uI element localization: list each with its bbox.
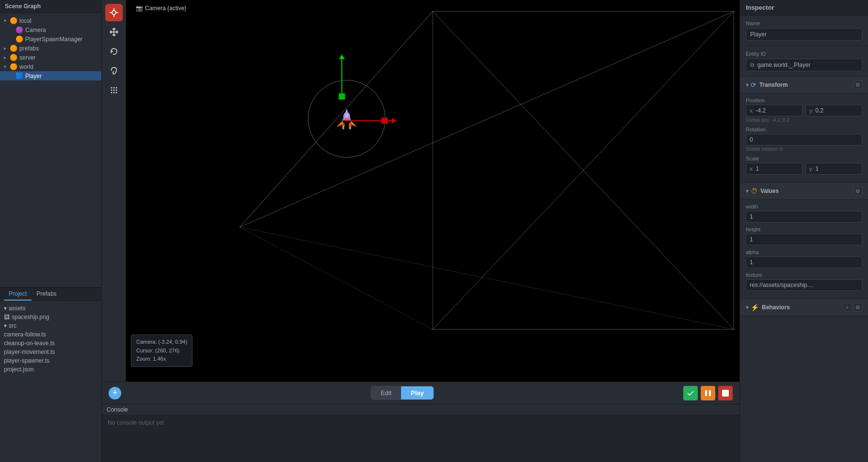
file-item-assets[interactable]: ▾ assets: [0, 304, 101, 313]
entity-icon: 🟠: [16, 35, 23, 43]
svg-point-13: [111, 92, 112, 94]
image-icon: 🖼: [4, 314, 10, 320]
file-item-cleanup-on-leave[interactable]: cleanup-on-leave.ts: [0, 339, 101, 348]
scale-prop: Scale x: 1 y: 1: [746, 156, 862, 175]
rotate-tool-button[interactable]: [105, 43, 123, 60]
file-item-project-json[interactable]: project.json: [0, 365, 101, 374]
alpha-label: alpha: [746, 249, 862, 255]
scale-x-input[interactable]: x: 1: [746, 163, 803, 175]
zoom-text: Zoom: 1.46x: [136, 355, 187, 364]
svg-line-21: [433, 11, 734, 329]
svg-line-20: [240, 227, 734, 330]
tree-item-camera[interactable]: 🟣 Camera: [0, 25, 101, 34]
behaviors-icon: ⚡: [751, 303, 759, 311]
behaviors-actions: + ⚙: [843, 303, 862, 312]
name-label: Name: [746, 20, 862, 26]
play-mode-button[interactable]: Play: [401, 386, 434, 399]
file-item-player-movement[interactable]: player-movement.ts: [0, 348, 101, 356]
alpha-input[interactable]: 1: [746, 256, 862, 268]
player-entity[interactable]: [335, 107, 359, 135]
entity-icon: 🟦: [16, 72, 23, 80]
viewport-icon-orange[interactable]: [701, 386, 715, 400]
entityid-label: Entity ID: [746, 51, 862, 57]
edit-mode-button[interactable]: Edit: [371, 386, 401, 399]
select-tool-button[interactable]: [105, 4, 123, 21]
position-y-input[interactable]: y: 0.2: [805, 105, 862, 116]
svg-point-15: [115, 92, 117, 94]
rotation-input[interactable]: 0: [746, 134, 862, 145]
scene-graph-panel: Scene Graph ▾ 🟠 local 🟣 Camera 🟠 PlayerS…: [0, 0, 101, 287]
svg-point-14: [113, 92, 114, 94]
svg-line-22: [433, 11, 734, 329]
translate-handle-green[interactable]: [338, 93, 345, 100]
viewport-icon-green[interactable]: [683, 386, 698, 400]
texture-input[interactable]: res://assets/spaceship....: [746, 279, 862, 291]
y-label: y:: [809, 166, 814, 172]
svg-point-8: [113, 87, 114, 89]
transform-settings-button[interactable]: ⚙: [853, 80, 862, 89]
translate-y-handle[interactable]: [341, 58, 342, 97]
svg-line-19: [240, 227, 433, 330]
chevron-right-icon: ▸: [4, 46, 10, 51]
file-item-src[interactable]: ▾ src: [0, 321, 101, 330]
tree-item-playerspawnmanager[interactable]: 🟠 PlayerSpawnManager: [0, 34, 101, 44]
svg-point-7: [111, 87, 112, 89]
lasso-tool-button[interactable]: [105, 62, 123, 80]
name-value[interactable]: Player: [746, 28, 862, 41]
inspector-panel: Inspector Name Player Entity ID ⧉ game.w…: [739, 0, 868, 462]
global-rotation-info: Global rotation: 0: [746, 146, 862, 152]
tree-item-label: Player: [25, 73, 42, 80]
rotation-label: Rotation: [746, 127, 862, 132]
svg-rect-16: [433, 11, 734, 329]
behaviors-name: Behaviors: [762, 304, 843, 311]
viewport-icon-red[interactable]: [718, 386, 733, 400]
file-item-camera-follow[interactable]: camera-follow.ts: [0, 330, 101, 339]
add-entity-button[interactable]: +: [109, 387, 121, 399]
scale-label: Scale: [746, 156, 862, 161]
scale-inputs: x: 1 y: 1: [746, 163, 862, 175]
tree-item-label: PlayerSpawnManager: [25, 36, 82, 43]
folder-icon: 🟠: [10, 45, 17, 52]
viewport-lines: [126, 0, 739, 352]
translate-handle-red[interactable]: [381, 117, 388, 124]
scale-y-value: 1: [816, 165, 819, 172]
position-x-input[interactable]: x: -4.2: [746, 105, 803, 116]
width-prop: width 1: [746, 204, 862, 223]
tab-project[interactable]: Project: [4, 288, 32, 301]
tree-item-prefabs[interactable]: ▸ 🟠 prefabs: [0, 44, 101, 53]
move-tool-button[interactable]: [105, 23, 123, 41]
tree-item-label: Camera: [25, 27, 46, 33]
chevron-right-icon: ▸: [4, 55, 10, 60]
chevron-down-icon: ▾: [4, 18, 10, 23]
transform-name: Transform: [759, 81, 853, 88]
console-panel: Console No console output yet: [102, 404, 739, 462]
values-settings-button[interactable]: ⚙: [853, 187, 862, 195]
transform-component-header[interactable]: ▾ ⟳ Transform ⚙: [740, 77, 868, 94]
tab-prefabs[interactable]: Prefabs: [32, 288, 61, 301]
transform-icon: ⟳: [751, 81, 756, 89]
file-label: camera-follow.ts: [4, 331, 46, 338]
width-input[interactable]: 1: [746, 211, 862, 223]
grid-tool-button[interactable]: [105, 81, 123, 99]
file-item-spaceship[interactable]: 🖼 spaceship.png: [0, 313, 101, 321]
game-viewport[interactable]: 📷 Camera (active): [126, 0, 739, 382]
behaviors-settings-button[interactable]: ⚙: [853, 303, 862, 312]
scale-y-input[interactable]: y: 1: [805, 163, 862, 175]
behaviors-component-header[interactable]: ▾ ⚡ Behaviors + ⚙: [740, 299, 868, 316]
height-input[interactable]: 1: [746, 234, 862, 245]
behaviors-add-button[interactable]: +: [843, 303, 852, 312]
tree-item-server[interactable]: ▸ 🟠 server: [0, 53, 101, 62]
position-x-value: -4.2: [756, 107, 766, 114]
tree-item-world[interactable]: ▾ 🟠 world: [0, 62, 101, 71]
tree-item-local[interactable]: ▾ 🟠 local: [0, 16, 101, 25]
file-item-player-spawner[interactable]: player-spawner.ts: [0, 356, 101, 365]
values-body: width 1 height 1 alpha 1 texture res://a…: [740, 200, 868, 299]
camera-icon: 📷: [136, 5, 143, 12]
scene-graph-tree: ▾ 🟠 local 🟣 Camera 🟠 PlayerSpawnManager …: [0, 13, 101, 287]
project-tabs: Project Prefabs: [0, 288, 101, 301]
console-title: Console: [102, 404, 739, 415]
position-label: Position: [746, 97, 862, 103]
inspector-title: Inspector: [740, 0, 868, 16]
tree-item-player[interactable]: 🟦 Player: [0, 71, 101, 80]
values-component-header[interactable]: ▾ ⏱ Values ⚙: [740, 183, 868, 200]
